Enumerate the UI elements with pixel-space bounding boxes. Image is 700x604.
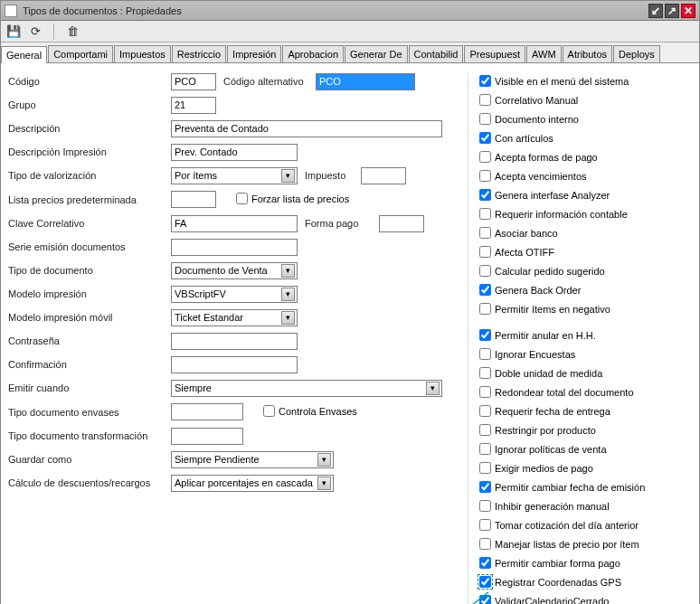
label-clave-corr: Clave Correlativo [8,218,171,229]
guardar-como-select[interactable]: Siempre Pendiente▾ [171,451,334,468]
checkbox-validarcalendariocerrado[interactable]: ValidarCalendarioCerrado [476,592,683,604]
maximize-button[interactable]: ↗ [665,4,679,18]
tab-restricciones[interactable]: Restriccio [172,45,226,62]
confirmacion-field[interactable] [171,356,298,373]
titlebar: Tipos de documentos : Propiedades ↙ ↗ ✕ [1,1,699,21]
checkbox-afecta-otiff[interactable]: Afecta OTIFF [476,243,683,260]
label-grupo: Grupo [8,99,171,110]
label-serie-emision: Serie emisión documentos [8,241,171,252]
label-emitir-cuando: Emitir cuando [8,382,171,393]
close-button[interactable]: ✕ [681,4,695,18]
tab-atributos[interactable]: Atributos [563,45,612,62]
checkbox-acepta-vencimientos[interactable]: Acepta vencimientos [476,167,683,184]
descripcion-imp-field[interactable] [171,144,298,161]
checkbox-panel: Visible en el menú del sistemaCorrelativ… [468,72,683,604]
codigo-field[interactable] [171,73,216,90]
label-descripcion-imp: Descripción Impresión [8,146,171,157]
tipo-val-select[interactable]: Por ítems▾ [171,167,298,184]
checkbox-registrar-coordenadas-gps[interactable]: Registrar Coordenadas GPS [476,573,683,590]
checkbox-requerir-fecha-de-entrega[interactable]: Requerir fecha de entrega [476,402,683,420]
clave-corr-field[interactable] [171,215,298,232]
label-lista-pred: Lista precios predeterminada [8,194,171,205]
tab-impuestos[interactable]: Impuestos [114,45,171,62]
minimize-button[interactable]: ↙ [648,4,663,18]
calc-desc-select[interactable]: Aplicar porcentajes en cascada▾ [171,475,334,492]
chevron-down-icon: ▾ [317,453,331,467]
checkbox-con-art-culos[interactable]: Con artículos [476,129,683,146]
checkbox-documento-interno[interactable]: Documento interno [476,110,683,127]
checkbox-asociar-banco[interactable]: Asociar banco [476,224,683,241]
tipo-doc-env-field[interactable] [171,403,243,420]
checkbox-permitir-cambiar-fecha-de-emisi-n[interactable]: Permitir cambiar fecha de emisión [476,478,683,495]
label-tipo-doc: Tipo de documento [8,265,171,276]
content-area: Código Código alternativo Grupo Descripc… [1,63,699,604]
label-tipo-val: Tipo de valorización [8,170,171,181]
checkbox-manejar-listas-de-precio-por-tem[interactable]: Manejar listas de precio por ítem [476,535,683,552]
tipo-doc-select[interactable]: Documento de Venta▾ [171,262,298,279]
checkbox-permitir-anular-en-h-h-[interactable]: Permitir anular en H.H. [476,326,683,344]
checkbox-redondear-total-del-documento[interactable]: Redondear total del documento [476,383,683,401]
app-window: Tipos de documentos : Propiedades ↙ ↗ ✕ … [0,0,700,604]
forma-pago-field[interactable] [379,215,424,232]
checkbox-exigir-medios-de-pago[interactable]: Exigir medios de pago [476,459,683,477]
serie-emision-field[interactable] [171,239,298,256]
forzar-lista-checkbox[interactable]: Forzar lista de precios [232,190,349,207]
tab-comportamiento[interactable]: Comportami [48,45,113,62]
modelo-imp-movil-select[interactable]: Ticket Estandar▾ [171,309,298,326]
label-modelo-imp-movil: Modelo impresión móvil [8,312,171,323]
impuesto-field[interactable] [361,167,406,184]
checkbox-correlativo-manual[interactable]: Correlativo Manual [476,91,683,109]
tipo-doc-trans-field[interactable] [171,428,243,445]
checkbox-permitir-tems-en-negativo[interactable]: Permitir ítems en negativo [476,300,683,317]
contrasena-field[interactable] [171,333,298,350]
window-icon [5,5,17,17]
delete-icon[interactable]: 🗑 [65,24,80,39]
lista-pred-field[interactable] [171,191,216,208]
checkbox-ignorar-pol-ticas-de-venta[interactable]: Ignorar políticas de venta [476,440,683,458]
checkbox-tomar-cotizaci-n-del-d-a-anterior[interactable]: Tomar cotización del día anterior [476,516,683,533]
chevron-down-icon: ▾ [281,169,295,183]
window-title: Tipos de documentos : Propiedades [23,5,647,16]
tab-generar des[interactable]: Generar De [345,45,407,62]
save-icon[interactable]: 💾 [6,24,21,39]
tab-bar: GeneralComportamiImpuestosRestriccioImpr… [1,42,699,63]
checkbox-restringir-por-producto[interactable]: Restringir por producto [476,421,683,439]
checkbox-ignorar-encuestas[interactable]: Ignorar Encuestas [476,345,683,363]
chevron-down-icon: ▾ [281,264,295,278]
emitir-cuando-select[interactable]: Siempre▾ [171,380,442,397]
checkbox-calcular-pedido-sugerido[interactable]: Calcular pedido sugerido [476,262,683,279]
tab-presupuesto[interactable]: Presupuest [464,45,525,62]
codigo-alt-field[interactable] [316,73,415,90]
toolbar: 💾 ⟳ 🗑 [1,21,699,42]
chevron-down-icon: ▾ [281,311,295,325]
refresh-icon[interactable]: ⟳ [28,24,43,39]
label-modelo-imp: Modelo impresión [8,288,171,299]
modelo-imp-select[interactable]: VBScriptFV▾ [171,286,298,303]
chevron-down-icon: ▾ [317,477,331,490]
label-tipo-doc-trans: Tipo documento transformación [8,430,171,441]
grupo-field[interactable] [171,97,216,114]
tab-impresión[interactable]: Impresión [227,45,281,62]
label-codigo-alt: Código alternativo [216,76,316,87]
checkbox-doble-unidad-de-medida[interactable]: Doble unidad de medida [476,364,683,382]
checkbox-genera-interfase-analyzer[interactable]: Genera interfase Analyzer [476,186,683,203]
tab-contabilidad[interactable]: Contabilid [409,45,464,62]
label-tipo-doc-env: Tipo documento envases [8,407,171,418]
controla-env-checkbox[interactable]: Controla Envases [260,402,357,420]
checkbox-requerir-informaci-n-contable[interactable]: Requerir información contable [476,205,683,222]
checkbox-inhibir-generaci-n-manual[interactable]: Inhibir generación manual [476,497,683,514]
label-calc-desc: Cálculo de descuentos/recargos [8,477,171,488]
tab-general[interactable]: General [1,46,47,63]
tab-deploys[interactable]: Deploys [613,45,660,62]
checkbox-acepta-formas-de-pago[interactable]: Acepta formas de pago [476,148,683,165]
label-guardar-como: Guardar como [8,454,171,465]
toolbar-separator [53,24,54,40]
label-forma-pago: Forma pago [298,218,379,229]
chevron-down-icon: ▾ [426,382,440,395]
descripcion-field[interactable] [171,120,442,137]
checkbox-visible-en-el-men-del-sistema[interactable]: Visible en el menú del sistema [476,72,683,90]
checkbox-permitir-cambiar-forma-pago[interactable]: Permitir cambiar forma pago [476,554,683,571]
tab-awm[interactable]: AWM [526,45,561,62]
tab-aprobaciones[interactable]: Aprobacion [282,45,344,62]
checkbox-genera-back-order[interactable]: Genera Back Order [476,281,683,298]
